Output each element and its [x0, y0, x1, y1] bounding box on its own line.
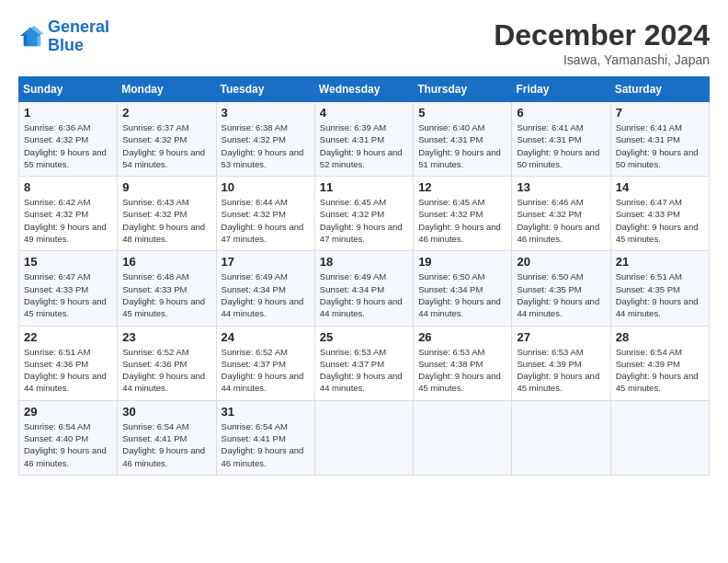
day-number: 28 — [616, 330, 704, 344]
day-info: Sunrise: 6:51 AM Sunset: 4:35 PM Dayligh… — [616, 270, 704, 319]
calendar-cell: 9 Sunrise: 6:43 AM Sunset: 4:32 PM Dayli… — [118, 177, 216, 251]
day-info: Sunrise: 6:44 AM Sunset: 4:32 PM Dayligh… — [222, 196, 310, 245]
day-info: Sunrise: 6:46 AM Sunset: 4:32 PM Dayligh… — [517, 196, 605, 245]
weekday-header-sunday: Sunday — [19, 77, 118, 102]
calendar-cell: 6 Sunrise: 6:41 AM Sunset: 4:31 PM Dayli… — [512, 102, 610, 177]
calendar-cell: 10 Sunrise: 6:44 AM Sunset: 4:32 PM Dayl… — [216, 177, 314, 251]
calendar-cell: 7 Sunrise: 6:41 AM Sunset: 4:31 PM Dayli… — [610, 102, 709, 177]
calendar-cell: 22 Sunrise: 6:51 AM Sunset: 4:36 PM Dayl… — [19, 326, 118, 400]
day-number: 27 — [517, 330, 605, 344]
day-number: 31 — [222, 405, 310, 419]
day-info: Sunrise: 6:39 AM Sunset: 4:31 PM Dayligh… — [320, 121, 408, 170]
weekday-header-wednesday: Wednesday — [314, 77, 413, 102]
day-info: Sunrise: 6:48 AM Sunset: 4:33 PM Dayligh… — [122, 270, 210, 319]
logo-line2: Blue — [48, 36, 84, 54]
day-info: Sunrise: 6:50 AM Sunset: 4:35 PM Dayligh… — [517, 270, 605, 319]
month-title: December 2024 — [494, 18, 710, 52]
day-number: 11 — [320, 180, 408, 194]
calendar-table: SundayMondayTuesdayWednesdayThursdayFrid… — [18, 76, 710, 476]
calendar-cell: 27 Sunrise: 6:53 AM Sunset: 4:39 PM Dayl… — [512, 326, 610, 400]
calendar-cell: 19 Sunrise: 6:50 AM Sunset: 4:34 PM Dayl… — [414, 251, 512, 326]
day-info: Sunrise: 6:41 AM Sunset: 4:31 PM Dayligh… — [517, 121, 605, 170]
calendar-cell: 1 Sunrise: 6:36 AM Sunset: 4:32 PM Dayli… — [19, 102, 118, 177]
calendar-cell: 15 Sunrise: 6:47 AM Sunset: 4:33 PM Dayl… — [19, 251, 118, 326]
calendar-cell: 28 Sunrise: 6:54 AM Sunset: 4:39 PM Dayl… — [610, 326, 709, 400]
logo-line1: General — [48, 17, 109, 36]
calendar-cell: 18 Sunrise: 6:49 AM Sunset: 4:34 PM Dayl… — [314, 251, 413, 326]
day-info: Sunrise: 6:40 AM Sunset: 4:31 PM Dayligh… — [418, 121, 506, 170]
calendar-cell: 23 Sunrise: 6:52 AM Sunset: 4:36 PM Dayl… — [118, 326, 216, 400]
day-number: 8 — [24, 180, 112, 194]
calendar-cell: 4 Sunrise: 6:39 AM Sunset: 4:31 PM Dayli… — [314, 102, 413, 177]
logo-text: General Blue — [48, 18, 109, 55]
calendar-week-row: 1 Sunrise: 6:36 AM Sunset: 4:32 PM Dayli… — [19, 102, 710, 177]
day-number: 10 — [222, 180, 310, 194]
calendar-cell: 24 Sunrise: 6:52 AM Sunset: 4:37 PM Dayl… — [216, 326, 314, 400]
day-info: Sunrise: 6:45 AM Sunset: 4:32 PM Dayligh… — [320, 196, 408, 245]
day-info: Sunrise: 6:41 AM Sunset: 4:31 PM Dayligh… — [616, 121, 704, 170]
day-info: Sunrise: 6:52 AM Sunset: 4:37 PM Dayligh… — [222, 346, 310, 395]
calendar-cell — [314, 400, 413, 475]
calendar-cell: 17 Sunrise: 6:49 AM Sunset: 4:34 PM Dayl… — [216, 251, 314, 326]
day-info: Sunrise: 6:54 AM Sunset: 4:41 PM Dayligh… — [222, 420, 310, 469]
day-number: 18 — [320, 255, 408, 269]
day-number: 2 — [122, 106, 210, 120]
day-number: 19 — [418, 255, 506, 269]
day-info: Sunrise: 6:49 AM Sunset: 4:34 PM Dayligh… — [222, 270, 310, 319]
day-number: 15 — [24, 255, 112, 269]
day-info: Sunrise: 6:37 AM Sunset: 4:32 PM Dayligh… — [122, 121, 210, 170]
weekday-header-tuesday: Tuesday — [216, 77, 314, 102]
calendar-cell: 14 Sunrise: 6:47 AM Sunset: 4:33 PM Dayl… — [610, 177, 709, 251]
calendar-cell: 2 Sunrise: 6:37 AM Sunset: 4:32 PM Dayli… — [118, 102, 216, 177]
day-info: Sunrise: 6:47 AM Sunset: 4:33 PM Dayligh… — [616, 196, 704, 245]
day-info: Sunrise: 6:36 AM Sunset: 4:32 PM Dayligh… — [24, 121, 112, 170]
day-info: Sunrise: 6:52 AM Sunset: 4:36 PM Dayligh… — [122, 346, 210, 395]
day-number: 7 — [616, 106, 704, 120]
calendar-cell: 12 Sunrise: 6:45 AM Sunset: 4:32 PM Dayl… — [414, 177, 512, 251]
weekday-header-saturday: Saturday — [610, 77, 709, 102]
day-number: 26 — [418, 330, 506, 344]
day-number: 14 — [616, 180, 704, 194]
day-info: Sunrise: 6:43 AM Sunset: 4:32 PM Dayligh… — [122, 196, 210, 245]
calendar-cell — [414, 400, 512, 475]
calendar-cell: 29 Sunrise: 6:54 AM Sunset: 4:40 PM Dayl… — [19, 400, 118, 475]
day-number: 21 — [616, 255, 704, 269]
day-number: 6 — [517, 106, 605, 120]
day-number: 23 — [122, 330, 210, 344]
day-number: 25 — [320, 330, 408, 344]
calendar-week-row: 8 Sunrise: 6:42 AM Sunset: 4:32 PM Dayli… — [19, 177, 710, 251]
calendar-cell: 21 Sunrise: 6:51 AM Sunset: 4:35 PM Dayl… — [610, 251, 709, 326]
day-number: 3 — [222, 106, 310, 120]
day-number: 4 — [320, 106, 408, 120]
day-info: Sunrise: 6:38 AM Sunset: 4:32 PM Dayligh… — [222, 121, 310, 170]
day-number: 30 — [122, 405, 210, 419]
day-info: Sunrise: 6:45 AM Sunset: 4:32 PM Dayligh… — [418, 196, 506, 245]
calendar-cell: 31 Sunrise: 6:54 AM Sunset: 4:41 PM Dayl… — [216, 400, 314, 475]
day-info: Sunrise: 6:49 AM Sunset: 4:34 PM Dayligh… — [320, 270, 408, 319]
day-number: 22 — [24, 330, 112, 344]
calendar-cell: 8 Sunrise: 6:42 AM Sunset: 4:32 PM Dayli… — [19, 177, 118, 251]
calendar-cell: 30 Sunrise: 6:54 AM Sunset: 4:41 PM Dayl… — [118, 400, 216, 475]
calendar-cell: 26 Sunrise: 6:53 AM Sunset: 4:38 PM Dayl… — [414, 326, 512, 400]
weekday-header-monday: Monday — [118, 77, 216, 102]
day-number: 17 — [222, 255, 310, 269]
calendar-week-row: 29 Sunrise: 6:54 AM Sunset: 4:40 PM Dayl… — [19, 400, 710, 475]
calendar-cell: 20 Sunrise: 6:50 AM Sunset: 4:35 PM Dayl… — [512, 251, 610, 326]
logo: General Blue — [18, 18, 109, 55]
day-info: Sunrise: 6:53 AM Sunset: 4:37 PM Dayligh… — [320, 346, 408, 395]
calendar-week-row: 15 Sunrise: 6:47 AM Sunset: 4:33 PM Dayl… — [19, 251, 710, 326]
day-number: 20 — [517, 255, 605, 269]
day-number: 5 — [418, 106, 506, 120]
day-info: Sunrise: 6:54 AM Sunset: 4:40 PM Dayligh… — [24, 420, 112, 469]
title-block: December 2024 Isawa, Yamanashi, Japan — [494, 18, 710, 67]
calendar-cell: 16 Sunrise: 6:48 AM Sunset: 4:33 PM Dayl… — [118, 251, 216, 326]
calendar-cell: 25 Sunrise: 6:53 AM Sunset: 4:37 PM Dayl… — [314, 326, 413, 400]
weekday-header-row: SundayMondayTuesdayWednesdayThursdayFrid… — [19, 77, 710, 102]
day-info: Sunrise: 6:47 AM Sunset: 4:33 PM Dayligh… — [24, 270, 112, 319]
day-info: Sunrise: 6:51 AM Sunset: 4:36 PM Dayligh… — [24, 346, 112, 395]
day-number: 12 — [418, 180, 506, 194]
day-info: Sunrise: 6:53 AM Sunset: 4:38 PM Dayligh… — [418, 346, 506, 395]
logo-icon — [18, 24, 44, 50]
day-number: 16 — [122, 255, 210, 269]
weekday-header-thursday: Thursday — [414, 77, 512, 102]
